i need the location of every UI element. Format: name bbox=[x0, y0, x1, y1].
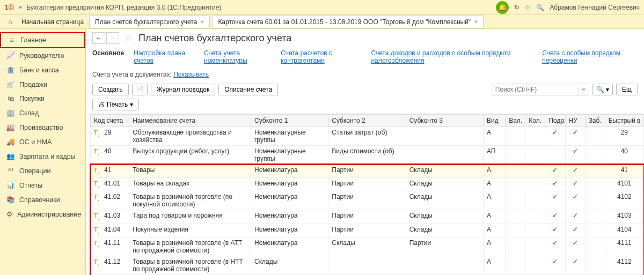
column-header[interactable]: Кол. bbox=[525, 115, 545, 127]
favorite-icon[interactable]: ☆ bbox=[125, 32, 133, 44]
sidebar-label: Продажи bbox=[19, 81, 47, 88]
sidebar-label: Покупки bbox=[19, 95, 45, 102]
table-row[interactable]: Т。 41.01Товары на складахНоменклатураПар… bbox=[91, 178, 644, 191]
column-header[interactable]: Субконто 3 bbox=[406, 115, 483, 127]
table-row[interactable]: Т。 29Обслуживающие производства и хозяйс… bbox=[91, 127, 644, 146]
sidebar-icon: 🏢 bbox=[6, 109, 15, 117]
page-title: План счетов бухгалтерского учета bbox=[138, 33, 291, 44]
sidebar-icon: ᴬᵀ bbox=[6, 167, 15, 175]
column-header[interactable]: Вал. bbox=[506, 115, 525, 127]
subnav-link[interactable]: Счета учета номенклатуры bbox=[204, 49, 271, 64]
history-icon[interactable]: ↻ bbox=[514, 4, 519, 11]
star-icon[interactable]: ☆ bbox=[525, 4, 531, 11]
nav-fwd-button[interactable]: → bbox=[106, 32, 119, 44]
sidebar-item[interactable]: 🚚ОС и НМА bbox=[0, 135, 85, 149]
search-icon[interactable]: 🔍 bbox=[536, 4, 544, 11]
sidebar-label: ОС и НМА bbox=[19, 138, 52, 146]
app-title: Бухгалтерия предприятия КОРП, редакция 3… bbox=[26, 4, 492, 11]
column-header[interactable]: Наименование счета bbox=[129, 115, 251, 127]
sidebar-item[interactable]: 📚Справочники bbox=[0, 192, 85, 207]
print-button[interactable]: 🖨 Печать ▾ bbox=[92, 99, 139, 110]
journal-button[interactable]: Журнал проводок bbox=[151, 84, 216, 95]
subnav-link[interactable]: Счета доходов и расходов с особым порядк… bbox=[371, 49, 532, 64]
menu-icon[interactable]: ≡ bbox=[18, 4, 22, 11]
subnav-link[interactable]: Счета расчетов с контрагентами bbox=[281, 49, 361, 64]
subnav: Основное Настройка плана счетов Счета уч… bbox=[86, 47, 644, 69]
logo-1c: 1© bbox=[4, 3, 14, 12]
home-icon[interactable]: ⌂ bbox=[4, 18, 16, 26]
column-header[interactable]: Вид bbox=[483, 115, 505, 127]
subnav-link[interactable]: Настройка плана счетов bbox=[134, 49, 194, 64]
sidebar-label: Администрирование bbox=[17, 211, 81, 218]
column-header[interactable]: Подр. bbox=[545, 115, 565, 127]
account-type-icon: Т。 bbox=[94, 258, 103, 265]
table-row[interactable]: Т。 41.04Покупные изделияНоменклатураПарт… bbox=[91, 224, 644, 237]
column-header[interactable]: НУ bbox=[565, 115, 585, 127]
sidebar-item[interactable]: ᴬᵀОперации bbox=[0, 163, 85, 178]
desc-button[interactable]: Описание счета bbox=[218, 84, 278, 95]
create-button[interactable]: Создать bbox=[92, 84, 129, 95]
topbar: 1© ≡ Бухгалтерия предприятия КОРП, редак… bbox=[0, 0, 644, 15]
sidebar-icon: 🏭 bbox=[6, 123, 15, 131]
sidebar-item[interactable]: ⚙Администрирование bbox=[0, 207, 85, 221]
table-row[interactable]: Т。 40Выпуск продукции (работ, услуг)Номе… bbox=[91, 146, 644, 165]
column-header[interactable]: Субконто 1 bbox=[251, 115, 328, 127]
table-row[interactable]: Т。 41.12Товары в розничной торговле (в Н… bbox=[91, 256, 644, 274]
sidebar-label: Отчеты bbox=[19, 182, 42, 189]
account-type-icon: Т。 bbox=[94, 129, 103, 136]
sidebar-icon: 👥 bbox=[6, 152, 15, 160]
table-row[interactable]: Т。 41.11Товары в розничной торговле (в А… bbox=[91, 237, 644, 256]
doc-label: Счета учета в документах: bbox=[92, 71, 172, 78]
sidebar-icon: ⚙ bbox=[6, 210, 13, 218]
account-type-icon: Т。 bbox=[94, 212, 103, 219]
sidebar-label: Зарплата и кадры bbox=[19, 153, 76, 160]
sidebar-item[interactable]: 🛍Покупки bbox=[0, 92, 85, 106]
search-button[interactable]: 🔍 ▾ bbox=[592, 84, 613, 95]
print-icon: 🖨 bbox=[98, 101, 105, 108]
sidebar-item[interactable]: 👥Зарплата и кадры bbox=[0, 149, 85, 163]
account-type-icon: Т。 bbox=[94, 180, 103, 187]
close-icon[interactable]: × bbox=[200, 18, 204, 26]
sidebar-item[interactable]: 📈Руководителю bbox=[0, 48, 85, 63]
close-icon[interactable]: × bbox=[474, 18, 478, 26]
sidebar-label: Производство bbox=[19, 124, 63, 131]
nav-back-button[interactable]: ← bbox=[92, 32, 105, 44]
sidebar-item[interactable]: 🏭Производство bbox=[0, 120, 85, 135]
sidebar-icon: 🚚 bbox=[6, 138, 15, 146]
doc-link[interactable]: Показывать bbox=[173, 71, 209, 78]
sidebar-icon: 🛒 bbox=[6, 80, 15, 88]
sidebar-label: Справочники bbox=[19, 196, 60, 204]
account-type-icon: Т。 bbox=[94, 194, 103, 200]
tab-card-account[interactable]: Карточка счета 60.01 за 01.01.2015 - 13.… bbox=[212, 16, 484, 28]
account-type-icon: Т。 bbox=[94, 167, 103, 173]
sidebar-label: Операции bbox=[19, 167, 50, 175]
chevron-down-icon: ▾ bbox=[130, 101, 133, 108]
copy-button[interactable]: 📄 bbox=[132, 84, 148, 95]
table-row[interactable]: Т。 41ТоварыНоменклатураПартииСкладыА✓✓41 bbox=[91, 165, 644, 178]
column-header[interactable]: Заб. bbox=[585, 115, 605, 127]
user-name[interactable]: Абрамов Геннадий Сергеевич bbox=[550, 4, 640, 11]
sidebar-item[interactable]: 📊Отчеты bbox=[0, 178, 85, 192]
search-input[interactable] bbox=[492, 84, 578, 95]
more-button[interactable]: Ещ bbox=[616, 84, 638, 95]
subnav-link[interactable]: Счета с особым порядком переоценки bbox=[542, 49, 638, 64]
tab-start[interactable]: Начальная страница bbox=[16, 16, 89, 28]
sidebar-item[interactable]: 🏢Склад bbox=[0, 106, 85, 120]
sidebar-label: Главное bbox=[20, 36, 46, 44]
sidebar-item[interactable]: 🛒Продажи bbox=[0, 77, 85, 92]
column-header[interactable]: Быстрый в bbox=[605, 115, 643, 127]
sidebar-item[interactable]: ≡Главное bbox=[0, 32, 85, 48]
sidebar-icon: 📚 bbox=[6, 196, 15, 204]
sidebar-label: Руководителю bbox=[19, 52, 64, 60]
clear-icon[interactable]: × bbox=[578, 86, 589, 93]
column-header[interactable]: Код счета bbox=[91, 115, 129, 127]
column-header[interactable]: Субконто 2 bbox=[328, 115, 406, 127]
subnav-current[interactable]: Основное bbox=[92, 49, 124, 64]
table-row[interactable]: Т。 41.02Товары в розничной торговле (по … bbox=[91, 191, 644, 210]
sidebar-item[interactable]: 🏦Банк и касса bbox=[0, 63, 85, 77]
table-row[interactable]: Т。 41.03Тара под товаром и порожняяНомен… bbox=[91, 210, 644, 224]
toolbar: Создать 📄 Журнал проводок Описание счета… bbox=[86, 83, 644, 99]
sidebar-label: Склад bbox=[19, 109, 39, 117]
tab-plan-accounts[interactable]: План счетов бухгалтерского учета × bbox=[89, 16, 210, 28]
bell-icon[interactable]: 🔔 bbox=[496, 1, 509, 14]
